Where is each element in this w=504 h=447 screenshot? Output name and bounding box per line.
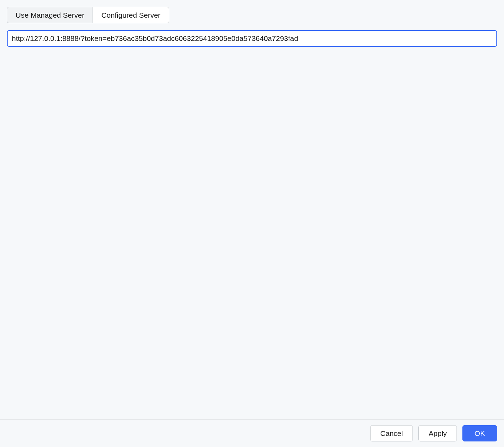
server-url-input[interactable] (7, 30, 497, 47)
dialog-content: Use Managed Server Configured Server (0, 0, 504, 419)
cancel-button[interactable]: Cancel (370, 425, 413, 441)
apply-button[interactable]: Apply (418, 425, 457, 441)
server-mode-tabs: Use Managed Server Configured Server (7, 7, 169, 23)
tab-configured-server[interactable]: Configured Server (93, 7, 169, 23)
dialog-footer: Cancel Apply OK (0, 419, 504, 447)
tab-use-managed-server[interactable]: Use Managed Server (7, 7, 93, 23)
ok-button[interactable]: OK (462, 425, 497, 441)
